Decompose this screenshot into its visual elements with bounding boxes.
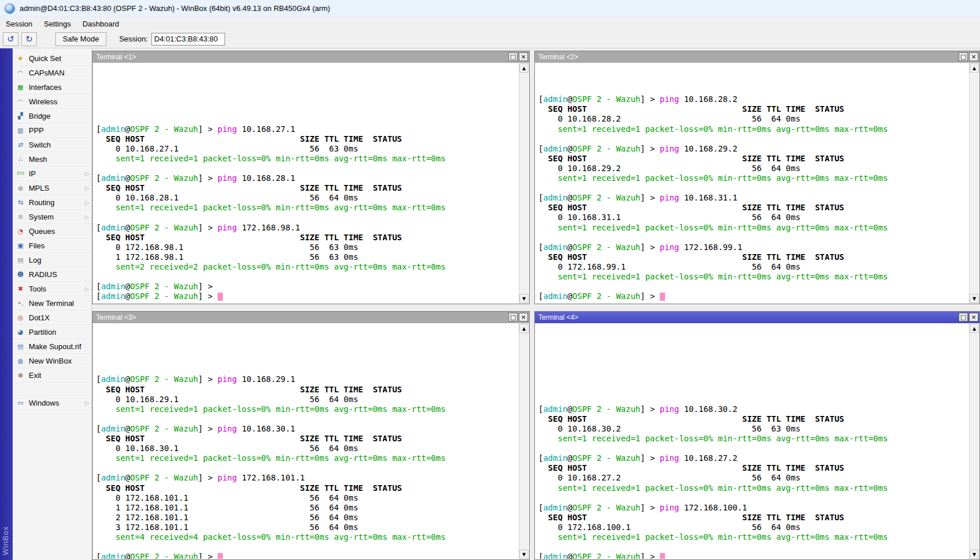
prompt-host: OSPF 2 - Wazuh (572, 193, 640, 202)
session-input[interactable] (151, 33, 225, 46)
terminal-line: sent=1 received=1 packet-loss=0% min-rtt… (538, 173, 969, 183)
ping-summary: sent=1 received=1 packet-loss=0% min-rtt… (538, 434, 888, 443)
menu-dashboard[interactable]: Dashboard (77, 18, 125, 29)
ping-result-row: 0 10.168.27.2 56 64 0ms (538, 473, 800, 482)
ping-result-row: 0 10.168.27.1 56 63 0ms (96, 144, 358, 153)
prompt-user: admin (543, 552, 567, 559)
sidebar-item-capsman[interactable]: ◠CAPsMAN (13, 66, 92, 80)
terminal-line: sent=4 received=4 packet-loss=0% min-rtt… (96, 532, 519, 542)
undo-button[interactable]: ↺ (3, 32, 18, 46)
terminal-3-scrollbar[interactable]: ▲ ▼ (519, 324, 529, 559)
redo-button[interactable]: ↻ (21, 32, 37, 46)
sidebar-item-switch[interactable]: ⇄Switch (13, 138, 92, 152)
close-button[interactable]: × (969, 52, 978, 61)
maximize-button[interactable]: □ (959, 52, 968, 61)
sidebar-item-mesh[interactable]: ∴Mesh (13, 152, 92, 167)
terminal-line: SEQ HOST SIZE TTL TIME STATUS (96, 233, 519, 243)
scroll-up-icon[interactable]: ▲ (970, 324, 979, 333)
prompt-user: admin (101, 223, 125, 232)
terminal-line: [admin@OSPF 2 - Wazuh] > (96, 292, 519, 301)
sidebar-item-make-supout-rif[interactable]: ▤Make Supout.rif (13, 339, 92, 354)
terminal-line: [admin@OSPF 2 - Wazuh] > ping 10.168.28.… (538, 94, 969, 104)
ping-summary: sent=1 received=1 packet-loss=0% min-rtt… (538, 483, 888, 493)
scroll-up-icon[interactable]: ▲ (519, 63, 529, 73)
sidebar-item-label: IP (29, 169, 36, 178)
maximize-button[interactable]: □ (508, 313, 518, 321)
prompt-user: admin (543, 292, 567, 301)
sidebar-item-ip[interactable]: 255IP▷ (13, 167, 92, 181)
sidebar-item-routing[interactable]: ⇆Routing▷ (13, 195, 92, 210)
terminal-1-scrollbar[interactable]: ▲ ▼ (519, 63, 529, 303)
terminal-4-scrollbar[interactable]: ▲ ▼ (969, 324, 979, 559)
sidebar-item-interfaces[interactable]: ▦Interfaces (13, 80, 92, 94)
terminal-3-title: Terminal <3> (96, 313, 136, 321)
sidebar-item-label: Queues (29, 227, 55, 236)
menu-session[interactable]: Session (0, 18, 38, 29)
scroll-down-icon[interactable]: ▼ (519, 294, 529, 303)
menu-settings[interactable]: Settings (38, 18, 77, 29)
terminal-3-titlebar[interactable]: Terminal <3> □ × (93, 312, 529, 323)
safe-mode-button[interactable]: Safe Mode (55, 32, 107, 46)
sidebar-item-partition[interactable]: ◕Partition (13, 325, 92, 339)
scroll-up-icon[interactable]: ▲ (970, 63, 979, 73)
sidebar-item-windows[interactable]: ▭Windows▷ (13, 395, 92, 410)
terminal-4-titlebar[interactable]: Terminal <4> □ × (535, 312, 979, 323)
terminal-3-body[interactable]: [admin@OSPF 2 - Wazuh] > ping 10.168.29.… (93, 324, 519, 559)
terminal-4-body[interactable]: [admin@OSPF 2 - Wazuh] > ping 10.168.30.… (535, 324, 969, 559)
sidebar-item-wireless[interactable]: ◠Wireless (13, 94, 92, 109)
terminal-line: sent=1 received=1 packet-loss=0% min-rtt… (96, 203, 519, 213)
ping-table-header: SEQ HOST SIZE TTL TIME STATUS (538, 463, 844, 472)
sidebar-item-log[interactable]: ▤Log (13, 253, 92, 267)
ping-table-header: SEQ HOST SIZE TTL TIME STATUS (96, 434, 402, 443)
sidebar-item-quick-set[interactable]: ★Quick Set (13, 51, 92, 66)
scroll-down-icon[interactable]: ▼ (519, 550, 529, 559)
sidebar-item-dot1x[interactable]: ◎Dot1X (13, 311, 92, 325)
scroll-down-icon[interactable]: ▼ (970, 550, 979, 559)
ping-result-row: 0 172.168.98.1 56 63 0ms (96, 243, 358, 252)
command-text: ping (660, 503, 679, 512)
sidebar-item-radius[interactable]: ☻RADIUS (13, 267, 92, 282)
prompt-host: OSPF 2 - Wazuh (130, 473, 198, 482)
close-button[interactable]: × (519, 313, 528, 321)
sidebar-item-exit[interactable]: ⊗Exit (13, 368, 92, 383)
mesh-icon: ∴ (16, 155, 25, 164)
close-button[interactable]: × (519, 52, 528, 61)
terminal-line (538, 335, 969, 345)
sidebar-item-new-winbox[interactable]: ◍New WinBox (13, 354, 92, 368)
terminal-line: [admin@OSPF 2 - Wazuh] > ping 10.168.29.… (96, 374, 519, 384)
sidebar-item-ppp[interactable]: ▥PPP (13, 123, 92, 138)
close-button[interactable]: × (969, 313, 978, 321)
sidebar-item-label: System (29, 213, 54, 221)
sidebar-item-label: Mesh (29, 155, 47, 164)
sidebar-item-tools[interactable]: ✖Tools▷ (13, 282, 92, 296)
terminal-line: 0 10.168.29.2 56 64 0ms (538, 164, 969, 173)
sidebar-item-files[interactable]: ▣Files (13, 239, 92, 253)
sidebar-item-queues[interactable]: ◔Queues (13, 224, 92, 239)
scroll-up-icon[interactable]: ▲ (519, 324, 529, 333)
terminal-line: sent=1 received=1 packet-loss=0% min-rtt… (96, 453, 519, 463)
command-text: ping (660, 404, 679, 414)
sidebar-item-new-terminal[interactable]: >_New Terminal (13, 296, 92, 311)
terminal-line: [admin@OSPF 2 - Wazuh] > (96, 282, 519, 292)
terminal-2-titlebar[interactable]: Terminal <2> □ × (535, 51, 979, 63)
terminal-line: sent=1 received=1 packet-loss=0% min-rtt… (538, 434, 969, 444)
prompt-host: OSPF 2 - Wazuh (572, 243, 640, 252)
switch-icon: ⇄ (16, 141, 25, 149)
prompt-user: admin (543, 503, 567, 512)
ping-result-row: 1 172.168.101.1 56 64 0ms (96, 503, 358, 512)
scroll-down-icon[interactable]: ▼ (970, 294, 979, 303)
terminal-1-body[interactable]: [admin@OSPF 2 - Wazuh] > ping 10.168.27.… (93, 63, 519, 303)
terminal-line (96, 463, 519, 473)
maximize-button[interactable]: □ (959, 313, 968, 321)
new-winbox-icon: ◍ (16, 357, 25, 365)
terminal-2-scrollbar[interactable]: ▲ ▼ (969, 63, 979, 303)
terminal-1-titlebar[interactable]: Terminal <1> □ × (93, 51, 529, 63)
sidebar-item-mpls[interactable]: ●MPLS▷ (13, 181, 92, 195)
terminal-line: SEQ HOST SIZE TTL TIME STATUS (96, 434, 519, 444)
sidebar-item-bridge[interactable]: ▞Bridge (13, 109, 92, 123)
sidebar-item-system[interactable]: ⊛System▷ (13, 210, 92, 224)
terminal-line: 2 172.168.101.1 56 64 0ms (96, 513, 519, 523)
terminal-2-body[interactable]: [admin@OSPF 2 - Wazuh] > ping 10.168.28.… (535, 63, 969, 303)
maximize-button[interactable]: □ (508, 52, 518, 61)
winbox-logo-icon (5, 3, 15, 14)
